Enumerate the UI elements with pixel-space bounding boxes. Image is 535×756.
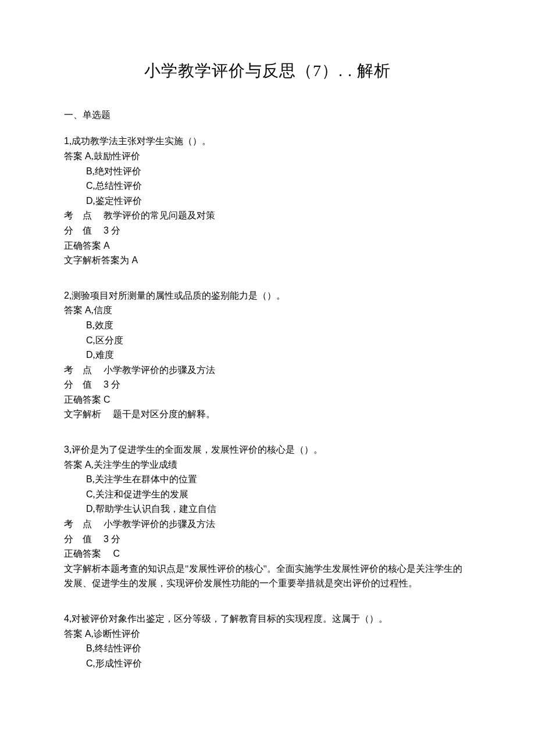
question-text: 1,成功教学法主张对学生实施（）。	[64, 134, 471, 149]
question-text: 3,评价是为了促进学生的全面发展，发展性评价的核心是（）。	[64, 442, 471, 457]
option-c: C,总结性评价	[64, 178, 471, 194]
score-row: 分 值 3 分	[64, 223, 471, 238]
question-block: 2,测验项目对所测量的属性或品质的鉴别能力是（）。 答案 A,信度 B,效度 C…	[64, 288, 471, 422]
analysis-row: 文字解析本题考查的知识点是"发展性评价的核心"。全面实施学生发展性评价的核心是关…	[64, 561, 471, 591]
option-a: 答案 A,信度	[64, 303, 471, 318]
option-c: C,形成性评价	[64, 656, 471, 671]
option-b: B,绝对性评价	[64, 164, 471, 179]
option-c: C,关注和促进学生的发展	[64, 487, 471, 502]
document-title: 小学教学评价与反思（7）. . 解析	[64, 58, 471, 84]
question-text: 2,测验项目对所测量的属性或品质的鉴别能力是（）。	[64, 288, 471, 303]
option-a: 答案 A,关注学生的学业成绩	[64, 457, 471, 472]
analysis-row: 文字解析 题干是对区分度的解释。	[64, 407, 471, 422]
section-header: 一、单选题	[64, 108, 471, 123]
question-block: 4,对被评价对象作出鉴定，区分等级，了解教育目标的实现程度。这属于（）。 答案 …	[64, 611, 471, 671]
option-b: B,关注学生在群体中的位置	[64, 472, 471, 487]
exam-point-row: 考 点 小学教学评价的步骤及方法	[64, 517, 471, 532]
score-row: 分 值 3 分	[64, 532, 471, 547]
option-d: D,帮助学生认识自我，建立自信	[64, 501, 471, 517]
option-a: 答案 A,鼓励性评价	[64, 149, 471, 164]
option-c: C,区分度	[64, 333, 471, 348]
correct-answer-row: 正确答案 A	[64, 238, 471, 253]
question-block: 3,评价是为了促进学生的全面发展，发展性评价的核心是（）。 答案 A,关注学生的…	[64, 442, 471, 591]
question-text: 4,对被评价对象作出鉴定，区分等级，了解教育目标的实现程度。这属于（）。	[64, 611, 471, 626]
option-a: 答案 A,诊断性评价	[64, 626, 471, 642]
score-row: 分 值 3 分	[64, 377, 471, 392]
option-d: D,鉴定性评价	[64, 194, 471, 209]
exam-point-row: 考 点 教学评价的常见问题及对策	[64, 208, 471, 223]
question-block: 1,成功教学法主张对学生实施（）。 答案 A,鼓励性评价 B,绝对性评价 C,总…	[64, 134, 471, 267]
correct-answer-row: 正确答案 C	[64, 546, 471, 561]
exam-point-row: 考 点 小学教学评价的步骤及方法	[64, 363, 471, 378]
option-b: B,效度	[64, 318, 471, 333]
option-b: B,终结性评价	[64, 641, 471, 656]
correct-answer-row: 正确答案 C	[64, 392, 471, 407]
analysis-row: 文字解析答案为 A	[64, 253, 471, 268]
option-d: D,难度	[64, 347, 471, 363]
